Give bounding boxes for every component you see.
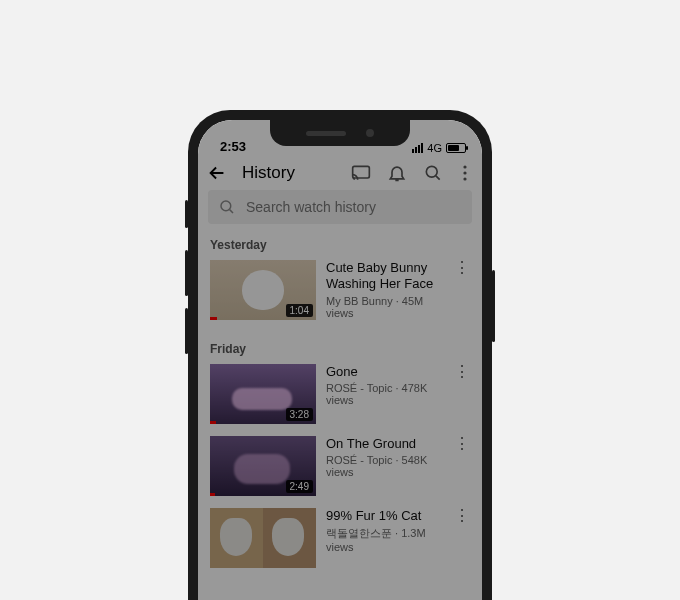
signal-icon: [412, 143, 423, 153]
cast-icon[interactable]: [350, 162, 372, 184]
item-menu-icon[interactable]: ⋮: [454, 260, 470, 320]
battery-icon: [446, 143, 466, 153]
item-menu-icon[interactable]: ⋮: [454, 436, 470, 496]
video-title: Gone: [326, 364, 444, 380]
back-arrow-icon[interactable]: [206, 162, 228, 184]
svg-point-4: [463, 177, 466, 180]
video-title: Cute Baby Bunny Washing Her Face: [326, 260, 444, 293]
bell-icon[interactable]: [386, 162, 408, 184]
magnify-icon: [218, 198, 236, 216]
video-title: 99% Fur 1% Cat: [326, 508, 444, 524]
watch-progress: [210, 493, 215, 496]
video-subtitle: ROSÉ - Topic · 548K views: [326, 454, 444, 478]
more-vert-icon[interactable]: [458, 162, 472, 184]
video-thumbnail[interactable]: 1:04: [210, 260, 316, 320]
search-icon[interactable]: [422, 162, 444, 184]
duration-badge: 1:04: [286, 304, 313, 317]
history-item[interactable]: 99% Fur 1% Cat 랙돌열한스푼 · 1.3M views ⋮: [198, 504, 482, 576]
phone-volume-up: [185, 250, 188, 296]
item-menu-icon[interactable]: ⋮: [454, 508, 470, 568]
phone-volume-down: [185, 308, 188, 354]
svg-point-3: [463, 171, 466, 174]
section-label: Yesterday: [198, 224, 482, 256]
phone-power-button: [492, 270, 495, 342]
phone-notch: [270, 120, 410, 146]
app-content: 2:53 4G History: [198, 120, 482, 600]
video-subtitle: My BB Bunny · 45M views: [326, 295, 444, 319]
phone-frame: 2:53 4G History: [188, 110, 492, 600]
video-thumbnail[interactable]: 3:28: [210, 364, 316, 424]
svg-point-5: [221, 201, 231, 211]
video-thumbnail[interactable]: [210, 508, 316, 568]
phone-silence-switch: [185, 200, 188, 228]
page-title: History: [242, 163, 336, 183]
video-subtitle: ROSÉ - Topic · 478K views: [326, 382, 444, 406]
item-menu-icon[interactable]: ⋮: [454, 364, 470, 424]
network-label: 4G: [427, 142, 442, 154]
history-item[interactable]: 1:04 Cute Baby Bunny Washing Her Face My…: [198, 256, 482, 328]
history-item[interactable]: 3:28 Gone ROSÉ - Topic · 478K views ⋮: [198, 360, 482, 432]
duration-badge: 3:28: [286, 408, 313, 421]
svg-point-1: [426, 166, 437, 177]
history-item[interactable]: 2:49 On The Ground ROSÉ - Topic · 548K v…: [198, 432, 482, 504]
watch-progress: [210, 421, 216, 424]
search-history-input[interactable]: Search watch history: [208, 190, 472, 224]
video-title: On The Ground: [326, 436, 444, 452]
section-label: Friday: [198, 328, 482, 360]
status-time: 2:53: [220, 139, 246, 154]
svg-point-2: [463, 165, 466, 168]
video-subtitle: 랙돌열한스푼 · 1.3M views: [326, 526, 444, 553]
search-placeholder: Search watch history: [246, 199, 376, 215]
watch-progress: [210, 317, 217, 320]
video-thumbnail[interactable]: 2:49: [210, 436, 316, 496]
duration-badge: 2:49: [286, 480, 313, 493]
app-bar: History: [198, 156, 482, 190]
